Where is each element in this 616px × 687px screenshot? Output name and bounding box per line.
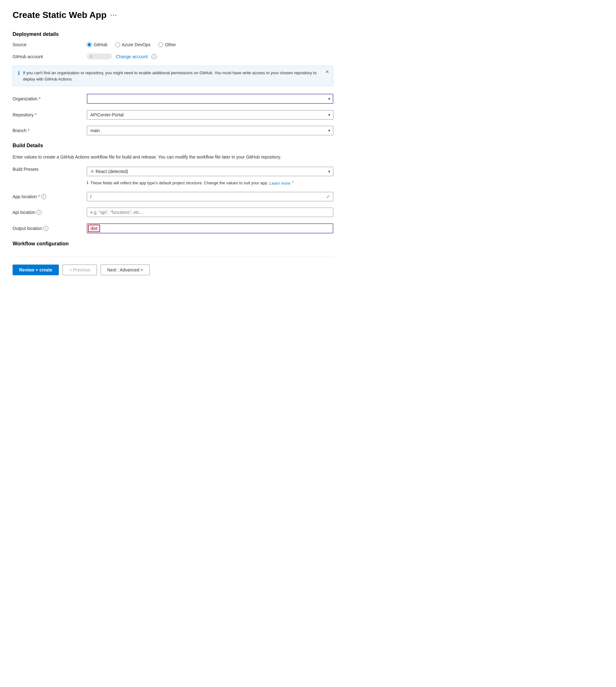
source-other-radio[interactable] [158,42,163,47]
info-banner-icon: ℹ [18,70,20,76]
github-account-pill: l [87,53,112,60]
output-location-label: Output location i [13,226,82,231]
branch-required-star: * [28,128,29,133]
app-location-input-wrapper: ✓ [87,192,333,201]
repository-label: Repository * [13,112,82,117]
presets-info-icon: ℹ [87,180,88,185]
api-location-input[interactable] [87,208,333,217]
review-create-button[interactable]: Review + create [13,264,59,275]
api-location-label: Api location i [13,210,82,215]
build-presets-row: Build Presets ⚛ React (detected) ▾ ℹ The… [13,167,333,185]
branch-row: Branch * main ▾ [13,126,333,135]
source-github-label: GitHub [94,42,108,47]
repo-required-star: * [35,112,37,117]
output-location-input-wrapper: dist [87,223,333,233]
output-location-highlight: dist [88,224,100,232]
github-account-row: GitHub account l Change account i [13,53,333,60]
app-location-row: App location * i ✓ [13,192,333,201]
info-banner-close-button[interactable]: ✕ [326,69,329,74]
source-github-option[interactable]: GitHub [87,42,108,47]
github-account-label: GitHub account [13,54,82,59]
app-location-control: ✓ [87,192,333,201]
build-presets-info: ℹ These fields will reflect the app type… [87,180,333,185]
source-label: Source [13,42,82,47]
organization-label: Organization * [13,96,82,101]
api-location-control [87,208,333,217]
info-banner: ℹ If you can't find an organization or r… [13,66,333,86]
output-location-input[interactable] [101,224,333,233]
app-location-valid-icon: ✓ [326,194,330,199]
deployment-section: Deployment details Source GitHub Azure D… [13,31,333,135]
source-azure-devops-option[interactable]: Azure DevOps [115,42,151,47]
repository-select-wrapper: APICenter-Portal ▾ [87,110,333,120]
source-azure-devops-radio[interactable] [115,42,120,47]
build-section: Build Details Enter values to create a G… [13,143,333,233]
learn-more-link[interactable]: Learn more ↗ [269,181,294,186]
organization-row: Organization * ▾ [13,94,333,104]
api-location-info-icon[interactable]: i [37,210,42,215]
build-presets-label: Build Presets [13,167,82,172]
previous-button[interactable]: < Previous [63,264,97,275]
build-presets-select[interactable]: ⚛ React (detected) [87,167,333,176]
build-section-title: Build Details [13,143,333,149]
info-banner-text: If you can't find an organization or rep… [23,70,328,82]
source-other-option[interactable]: Other [158,42,176,47]
app-location-info-icon[interactable]: i [41,194,46,199]
source-azure-devops-label: Azure DevOps [122,42,151,47]
change-account-link[interactable]: Change account [116,54,148,59]
build-presets-select-wrapper: ⚛ React (detected) ▾ [87,167,333,176]
branch-select[interactable]: main [87,126,333,135]
workflow-section: Workflow configuration [13,241,333,246]
next-advanced-button[interactable]: Next : Advanced > [101,264,150,275]
branch-select-wrapper: main ▾ [87,126,333,135]
footer: Review + create < Previous Next : Advanc… [13,257,333,275]
page-title: Create Static Web App [13,10,107,20]
page-title-bar: Create Static Web App ··· [13,10,333,20]
repository-control: APICenter-Portal ▾ [87,110,333,120]
presets-info-text: These fields will reflect the app type's… [90,181,268,186]
page-title-ellipsis[interactable]: ··· [110,12,117,19]
organization-select-wrapper: ▾ [87,94,333,104]
build-description: Enter values to create a GitHub Actions … [13,153,333,160]
github-account-value-wrapper: l Change account i [87,53,157,60]
deployment-section-title: Deployment details [13,31,333,37]
organization-control: ▾ [87,94,333,104]
output-location-info-icon[interactable]: i [43,226,48,231]
workflow-section-title: Workflow configuration [13,241,333,246]
app-location-required-star: * [38,194,40,199]
source-other-label: Other [165,42,176,47]
repository-select[interactable]: APICenter-Portal [87,110,333,120]
app-location-label: App location * i [13,194,82,199]
github-account-info-icon[interactable]: i [152,54,157,59]
source-github-radio[interactable] [87,42,92,47]
org-required-star: * [39,96,40,101]
organization-select[interactable] [87,94,333,104]
api-location-row: Api location i [13,208,333,217]
source-radio-group: GitHub Azure DevOps Other [87,42,333,47]
external-link-icon: ↗ [291,180,294,184]
repository-row: Repository * APICenter-Portal ▾ [13,110,333,120]
branch-label: Branch * [13,128,82,133]
output-location-control: dist [87,223,333,233]
branch-control: main ▾ [87,126,333,135]
source-row: Source GitHub Azure DevOps Other [13,42,333,47]
output-location-row: Output location i dist [13,223,333,233]
app-location-input[interactable] [87,192,333,201]
build-presets-wrapper: ⚛ React (detected) ▾ ℹ These fields will… [87,167,333,185]
